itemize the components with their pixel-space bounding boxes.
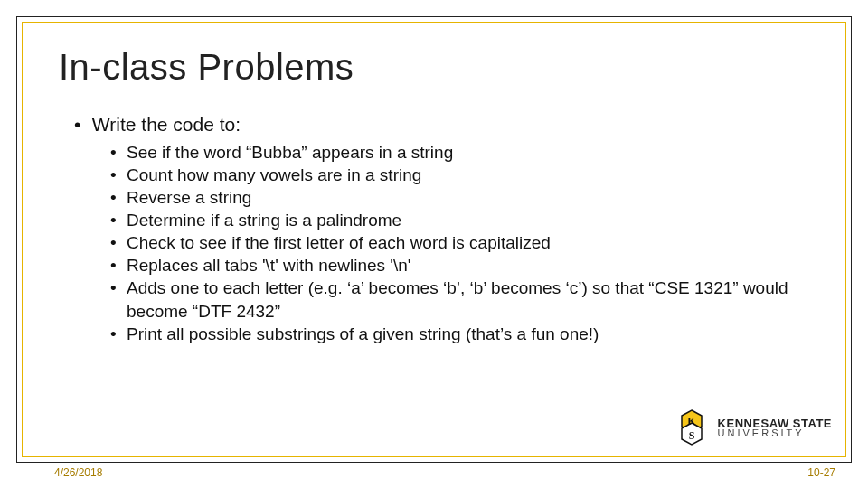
university-logo: K S KENNESAW STATE UNIVERSITY [673,408,832,446]
slide-title: In-class Problems [59,47,354,88]
list-item-text: Count how many vowels are in a string [127,165,421,184]
footer-date: 4/26/2018 [54,466,102,479]
main-bullet: • Write the code to: [74,114,814,136]
logo-text: KENNESAW STATE UNIVERSITY [718,418,832,438]
list-item: Check to see if the first letter of each… [110,231,814,254]
list-item: Adds one to each letter (e.g. ‘a’ become… [110,277,814,322]
list-item-text: Check to see if the first letter of each… [127,233,551,252]
list-item-text: Adds one to each letter (e.g. ‘a’ become… [127,278,788,320]
slide-frame: In-class Problems • Write the code to: S… [0,0,868,488]
list-item: Count how many vowels are in a string [110,164,814,186]
svg-text:S: S [688,429,694,442]
footer-page: 10-27 [807,466,835,479]
svg-text:K: K [687,415,696,427]
main-bullet-text: Write the code to: [92,114,241,135]
list-item-text: See if the word “Bubba” appears in a str… [127,143,453,162]
ks-mark-icon: K S [673,408,711,446]
list-item-text: Reverse a string [127,188,251,207]
list-item-text: Print all possible substrings of a given… [127,324,599,343]
list-item: Print all possible substrings of a given… [110,323,814,345]
sub-bullet-list: See if the word “Bubba” appears in a str… [74,141,814,345]
list-item: Replaces all tabs '\t' with newlines '\n… [110,254,814,277]
list-item-text: Determine if a string is a palindrome [127,211,401,230]
slide-content: • Write the code to: See if the word “Bu… [74,114,814,345]
list-item: See if the word “Bubba” appears in a str… [110,141,814,164]
bullet-lvl1-icon: • [74,114,87,136]
list-item: Determine if a string is a palindrome [110,209,814,231]
list-item-text: Replaces all tabs '\t' with newlines '\n… [127,256,410,275]
list-item: Reverse a string [110,186,814,209]
